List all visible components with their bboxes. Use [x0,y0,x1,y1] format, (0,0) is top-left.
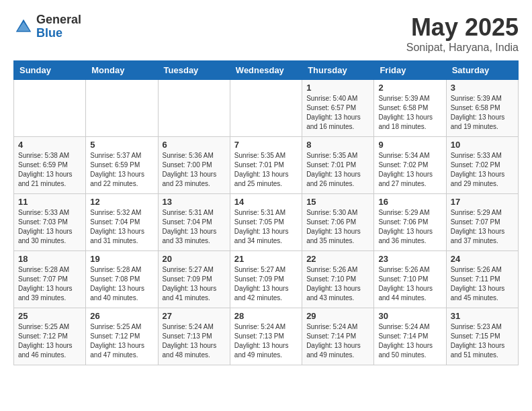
day-info: Sunrise: 5:28 AMSunset: 7:08 PMDaylight:… [90,265,153,303]
day-info: Sunrise: 5:36 AMSunset: 7:00 PMDaylight:… [163,151,226,189]
week-row-4: 18Sunrise: 5:28 AMSunset: 7:07 PMDayligh… [14,251,519,308]
day-number: 15 [306,197,369,207]
day-cell: 3Sunrise: 5:39 AMSunset: 6:58 PMDaylight… [446,80,518,137]
day-cell: 27Sunrise: 5:24 AMSunset: 7:13 PMDayligh… [158,308,230,365]
column-header-monday: Monday [86,61,158,80]
day-cell: 25Sunrise: 5:25 AMSunset: 7:12 PMDayligh… [14,308,86,365]
day-number: 10 [451,140,514,150]
calendar-header-row: SundayMondayTuesdayWednesdayThursdayFrid… [14,61,519,80]
day-info: Sunrise: 5:23 AMSunset: 7:15 PMDaylight:… [451,322,514,360]
day-number: 30 [378,311,441,321]
day-info: Sunrise: 5:27 AMSunset: 7:09 PMDaylight:… [163,265,226,303]
day-info: Sunrise: 5:40 AMSunset: 6:57 PMDaylight:… [306,94,369,132]
day-cell: 24Sunrise: 5:26 AMSunset: 7:11 PMDayligh… [446,251,518,308]
day-info: Sunrise: 5:31 AMSunset: 7:05 PMDaylight:… [234,208,298,246]
calendar-table: SundayMondayTuesdayWednesdayThursdayFrid… [13,60,519,365]
day-info: Sunrise: 5:26 AMSunset: 7:11 PMDaylight:… [451,265,514,303]
logo: General Blue [13,13,81,40]
day-cell [230,80,302,137]
day-number: 19 [90,254,153,264]
day-cell: 13Sunrise: 5:31 AMSunset: 7:04 PMDayligh… [158,194,230,251]
day-cell: 2Sunrise: 5:39 AMSunset: 6:58 PMDaylight… [374,80,446,137]
day-info: Sunrise: 5:39 AMSunset: 6:58 PMDaylight:… [451,94,514,132]
day-number: 27 [163,311,226,321]
day-number: 24 [451,254,514,264]
column-header-wednesday: Wednesday [230,61,302,80]
day-cell: 15Sunrise: 5:30 AMSunset: 7:06 PMDayligh… [302,194,374,251]
day-info: Sunrise: 5:33 AMSunset: 7:03 PMDaylight:… [18,208,81,246]
day-info: Sunrise: 5:30 AMSunset: 7:06 PMDaylight:… [306,208,369,246]
day-number: 29 [306,311,369,321]
page-header: General Blue May 2025 Sonipat, Haryana, … [13,13,519,54]
day-cell: 4Sunrise: 5:38 AMSunset: 6:59 PMDaylight… [14,137,86,194]
week-row-5: 25Sunrise: 5:25 AMSunset: 7:12 PMDayligh… [14,308,519,365]
day-cell: 12Sunrise: 5:32 AMSunset: 7:04 PMDayligh… [86,194,158,251]
day-number: 7 [234,140,298,150]
day-number: 23 [378,254,441,264]
title-area: May 2025 Sonipat, Haryana, India [406,13,519,54]
column-header-sunday: Sunday [14,61,86,80]
day-number: 8 [306,140,369,150]
day-info: Sunrise: 5:29 AMSunset: 7:06 PMDaylight:… [378,208,441,246]
day-number: 25 [18,311,81,321]
logo-general: General [36,13,81,27]
day-info: Sunrise: 5:35 AMSunset: 7:01 PMDaylight:… [234,151,298,189]
day-number: 21 [234,254,298,264]
day-info: Sunrise: 5:31 AMSunset: 7:04 PMDaylight:… [163,208,226,246]
day-info: Sunrise: 5:24 AMSunset: 7:14 PMDaylight:… [306,322,369,360]
day-number: 9 [378,140,441,150]
day-info: Sunrise: 5:24 AMSunset: 7:13 PMDaylight:… [234,322,298,360]
day-cell: 28Sunrise: 5:24 AMSunset: 7:13 PMDayligh… [230,308,302,365]
day-info: Sunrise: 5:28 AMSunset: 7:07 PMDaylight:… [18,265,81,303]
day-cell: 6Sunrise: 5:36 AMSunset: 7:00 PMDaylight… [158,137,230,194]
day-number: 22 [306,254,369,264]
column-header-thursday: Thursday [302,61,374,80]
day-info: Sunrise: 5:24 AMSunset: 7:13 PMDaylight:… [163,322,226,360]
day-info: Sunrise: 5:39 AMSunset: 6:58 PMDaylight:… [378,94,441,132]
day-cell [14,80,86,137]
column-header-tuesday: Tuesday [158,61,230,80]
day-cell: 20Sunrise: 5:27 AMSunset: 7:09 PMDayligh… [158,251,230,308]
column-header-friday: Friday [374,61,446,80]
day-number: 31 [451,311,514,321]
day-number: 3 [451,83,514,93]
day-cell: 11Sunrise: 5:33 AMSunset: 7:03 PMDayligh… [14,194,86,251]
day-info: Sunrise: 5:27 AMSunset: 7:09 PMDaylight:… [234,265,298,303]
day-cell: 30Sunrise: 5:24 AMSunset: 7:14 PMDayligh… [374,308,446,365]
day-cell [86,80,158,137]
day-cell: 21Sunrise: 5:27 AMSunset: 7:09 PMDayligh… [230,251,302,308]
day-cell: 31Sunrise: 5:23 AMSunset: 7:15 PMDayligh… [446,308,518,365]
day-number: 20 [163,254,226,264]
day-number: 13 [163,197,226,207]
day-number: 6 [163,140,226,150]
day-info: Sunrise: 5:34 AMSunset: 7:02 PMDaylight:… [378,151,441,189]
day-cell: 29Sunrise: 5:24 AMSunset: 7:14 PMDayligh… [302,308,374,365]
day-number: 14 [234,197,298,207]
day-number: 5 [90,140,153,150]
day-number: 11 [18,197,81,207]
day-number: 18 [18,254,81,264]
day-info: Sunrise: 5:25 AMSunset: 7:12 PMDaylight:… [90,322,153,360]
day-number: 16 [378,197,441,207]
logo-blue: Blue [36,27,81,40]
day-cell: 14Sunrise: 5:31 AMSunset: 7:05 PMDayligh… [230,194,302,251]
week-row-1: 1Sunrise: 5:40 AMSunset: 6:57 PMDaylight… [14,80,519,137]
day-cell [158,80,230,137]
day-cell: 19Sunrise: 5:28 AMSunset: 7:08 PMDayligh… [86,251,158,308]
day-info: Sunrise: 5:35 AMSunset: 7:01 PMDaylight:… [306,151,369,189]
day-cell: 18Sunrise: 5:28 AMSunset: 7:07 PMDayligh… [14,251,86,308]
day-info: Sunrise: 5:26 AMSunset: 7:10 PMDaylight:… [378,265,441,303]
day-cell: 22Sunrise: 5:26 AMSunset: 7:10 PMDayligh… [302,251,374,308]
day-info: Sunrise: 5:29 AMSunset: 7:07 PMDaylight:… [451,208,514,246]
day-info: Sunrise: 5:32 AMSunset: 7:04 PMDaylight:… [90,208,153,246]
day-cell: 9Sunrise: 5:34 AMSunset: 7:02 PMDaylight… [374,137,446,194]
day-info: Sunrise: 5:33 AMSunset: 7:02 PMDaylight:… [451,151,514,189]
day-number: 4 [18,140,81,150]
day-cell: 16Sunrise: 5:29 AMSunset: 7:06 PMDayligh… [374,194,446,251]
day-cell: 23Sunrise: 5:26 AMSunset: 7:10 PMDayligh… [374,251,446,308]
month-title: May 2025 [406,13,519,42]
day-info: Sunrise: 5:25 AMSunset: 7:12 PMDaylight:… [18,322,81,360]
day-info: Sunrise: 5:38 AMSunset: 6:59 PMDaylight:… [18,151,81,189]
day-cell: 26Sunrise: 5:25 AMSunset: 7:12 PMDayligh… [86,308,158,365]
day-info: Sunrise: 5:24 AMSunset: 7:14 PMDaylight:… [378,322,441,360]
